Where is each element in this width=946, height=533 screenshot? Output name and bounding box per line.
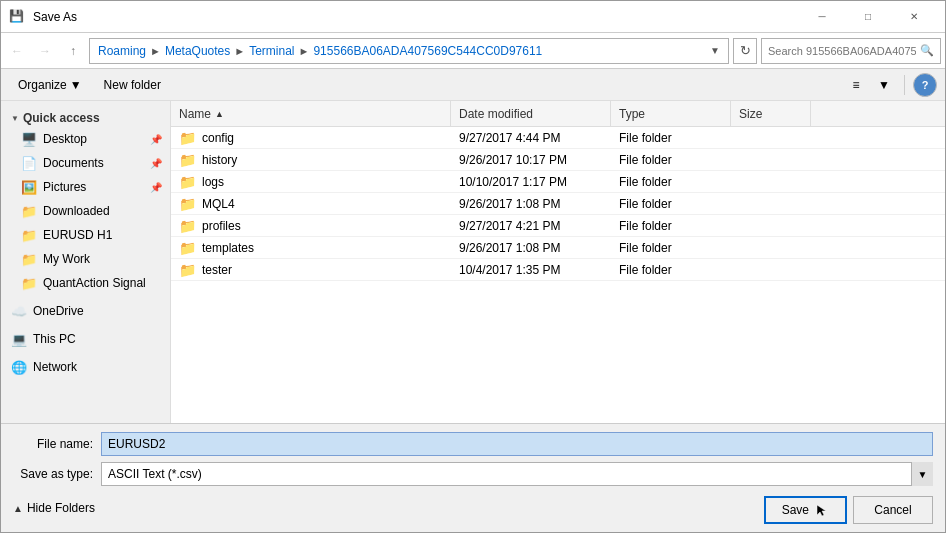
svg-marker-0 [817, 505, 826, 516]
file-date-cell: 10/10/2017 1:17 PM [451, 175, 611, 189]
save-as-type-wrapper: ASCII Text (*.csv) CSV (*.csv) Text (*.t… [101, 462, 933, 486]
file-name-input[interactable] [101, 432, 933, 456]
file-list-header: Name ▲ Date modified Type Size [171, 101, 945, 127]
sidebar-item-this-pc[interactable]: 💻 This PC [1, 327, 170, 351]
path-id[interactable]: 915566BA06ADA407569C544CC0D97611 [313, 44, 542, 58]
cancel-button[interactable]: Cancel [853, 496, 933, 524]
table-row[interactable]: 📁 config 9/27/2017 4:44 PM File folder [171, 127, 945, 149]
close-button[interactable]: ✕ [891, 1, 937, 33]
minimize-button[interactable]: ─ [799, 1, 845, 33]
save-as-type-select[interactable]: ASCII Text (*.csv) CSV (*.csv) Text (*.t… [101, 462, 933, 486]
dialog-icon: 💾 [9, 9, 25, 25]
file-type-cell: File folder [611, 175, 731, 189]
help-icon: ? [922, 79, 929, 91]
hide-folders-chevron: ▲ [13, 503, 23, 514]
sidebar-item-quantaction[interactable]: 📁 QuantAction Signal [1, 271, 170, 295]
toolbar-separator [904, 75, 905, 95]
column-header-date[interactable]: Date modified [451, 101, 611, 126]
sidebar-item-documents[interactable]: 📄 Documents 📌 [1, 151, 170, 175]
file-name: tester [202, 263, 232, 277]
sidebar-item-my-work[interactable]: 📁 My Work [1, 247, 170, 271]
table-row[interactable]: 📁 profiles 9/27/2017 4:21 PM File folder [171, 215, 945, 237]
quantaction-icon: 📁 [21, 276, 37, 291]
table-row[interactable]: 📁 tester 10/4/2017 1:35 PM File folder [171, 259, 945, 281]
sidebar-item-network[interactable]: 🌐 Network [1, 355, 170, 379]
pictures-label: Pictures [43, 180, 86, 194]
eurusd-label: EURUSD H1 [43, 228, 112, 242]
network-label: Network [33, 360, 77, 374]
file-name-label: File name: [13, 437, 93, 451]
folder-icon: 📁 [179, 152, 196, 168]
path-roaming[interactable]: Roaming [98, 44, 146, 58]
desktop-label: Desktop [43, 132, 87, 146]
new-folder-button[interactable]: New folder [95, 73, 170, 97]
documents-label: Documents [43, 156, 104, 170]
quick-access-label: Quick access [23, 111, 100, 125]
view-dropdown-button[interactable]: ▼ [872, 73, 896, 97]
toolbar: Organize ▼ New folder ≡ ▼ ? [1, 69, 945, 101]
save-label: Save [782, 503, 809, 517]
address-path[interactable]: Roaming ► MetaQuotes ► Terminal ► 915566… [89, 38, 729, 64]
path-dropdown-arrow[interactable]: ▼ [710, 45, 720, 56]
file-type-cell: File folder [611, 241, 731, 255]
column-header-type[interactable]: Type [611, 101, 731, 126]
file-name-cell: 📁 history [171, 152, 451, 168]
file-name-cell: 📁 logs [171, 174, 451, 190]
sidebar-item-eurusd[interactable]: 📁 EURUSD H1 [1, 223, 170, 247]
network-icon: 🌐 [11, 360, 27, 375]
sidebar-item-pictures[interactable]: 🖼️ Pictures 📌 [1, 175, 170, 199]
this-pc-label: This PC [33, 332, 76, 346]
sidebar-item-onedrive[interactable]: ☁️ OneDrive [1, 299, 170, 323]
sidebar-item-desktop[interactable]: 🖥️ Desktop 📌 [1, 127, 170, 151]
table-row[interactable]: 📁 history 9/26/2017 10:17 PM File folder [171, 149, 945, 171]
cancel-label: Cancel [874, 503, 911, 517]
file-name-cell: 📁 profiles [171, 218, 451, 234]
folder-icon: 📁 [179, 218, 196, 234]
address-bar: ← → ↑ Roaming ► MetaQuotes ► Terminal ► … [1, 33, 945, 69]
path-terminal[interactable]: Terminal [249, 44, 294, 58]
back-button[interactable]: ← [5, 39, 29, 63]
desktop-pin-icon: 📌 [150, 134, 162, 145]
file-date-cell: 9/26/2017 1:08 PM [451, 241, 611, 255]
search-box[interactable]: 🔍 [761, 38, 941, 64]
file-name-cell: 📁 tester [171, 262, 451, 278]
sort-arrow: ▲ [215, 109, 224, 119]
col-type-label: Type [619, 107, 645, 121]
col-size-label: Size [739, 107, 762, 121]
column-header-size[interactable]: Size [731, 101, 811, 126]
sidebar-item-downloaded[interactable]: 📁 Downloaded [1, 199, 170, 223]
table-row[interactable]: 📁 MQL4 9/26/2017 1:08 PM File folder [171, 193, 945, 215]
view-icon: ≡ [852, 78, 859, 92]
organize-button[interactable]: Organize ▼ [9, 73, 91, 97]
col-name-label: Name [179, 107, 211, 121]
documents-icon: 📄 [21, 156, 37, 171]
action-row: Save Cancel [764, 492, 933, 524]
folder-icon: 📁 [179, 240, 196, 256]
folder-icon: 📁 [179, 196, 196, 212]
view-button[interactable]: ≡ [844, 73, 868, 97]
search-input[interactable] [768, 45, 916, 57]
forward-button[interactable]: → [33, 39, 57, 63]
main-content: ▼ Quick access 🖥️ Desktop 📌 📄 Documents … [1, 101, 945, 423]
sidebar-section-quick-access[interactable]: ▼ Quick access [1, 105, 170, 127]
file-type-cell: File folder [611, 153, 731, 167]
hide-folders-row[interactable]: ▲ Hide Folders [13, 497, 95, 519]
pictures-icon: 🖼️ [21, 180, 37, 195]
refresh-button[interactable]: ↻ [733, 38, 757, 64]
save-as-type-row: Save as type: ASCII Text (*.csv) CSV (*.… [13, 462, 933, 486]
help-button[interactable]: ? [913, 73, 937, 97]
file-name: logs [202, 175, 224, 189]
file-date-cell: 9/27/2017 4:21 PM [451, 219, 611, 233]
column-header-name[interactable]: Name ▲ [171, 101, 451, 126]
up-button[interactable]: ↑ [61, 39, 85, 63]
quick-access-chevron: ▼ [11, 114, 19, 123]
this-pc-icon: 💻 [11, 332, 27, 347]
maximize-button[interactable]: □ [845, 1, 891, 33]
bottom-section: File name: Save as type: ASCII Text (*.c… [1, 423, 945, 532]
path-metaquotes[interactable]: MetaQuotes [165, 44, 230, 58]
save-button[interactable]: Save [764, 496, 847, 524]
new-folder-label: New folder [104, 78, 161, 92]
table-row[interactable]: 📁 logs 10/10/2017 1:17 PM File folder [171, 171, 945, 193]
file-name: config [202, 131, 234, 145]
table-row[interactable]: 📁 templates 9/26/2017 1:08 PM File folde… [171, 237, 945, 259]
